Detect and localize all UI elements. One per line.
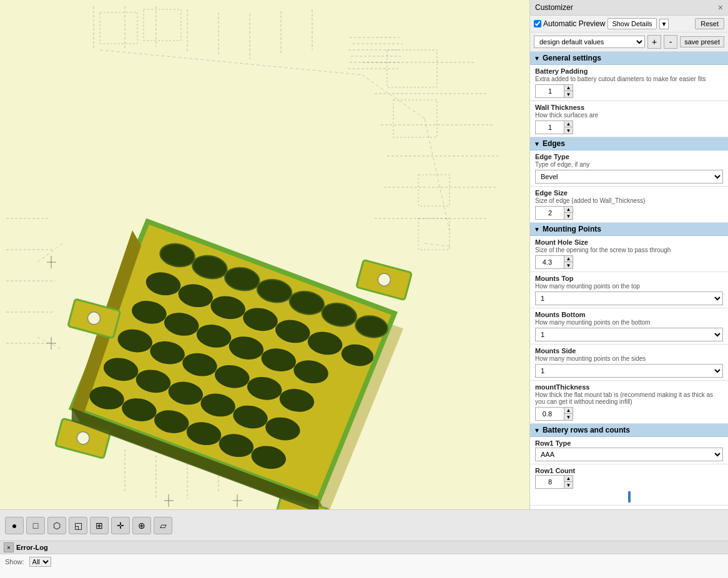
- show-details-dropdown-arrow[interactable]: ▼: [659, 19, 669, 29]
- mounts-top-select[interactable]: 1023: [535, 291, 723, 305]
- battery-padding-control: ▲ ▼: [535, 84, 723, 98]
- toolbar-btn-hex[interactable]: ⬡: [47, 517, 66, 534]
- row1-count-slider[interactable]: [628, 491, 631, 502]
- error-log-show-label: Show:: [5, 558, 24, 566]
- mount-thickness-input[interactable]: [536, 408, 564, 420]
- edge-type-label: Edge Type: [535, 153, 723, 160]
- wall-thickness-down[interactable]: ▼: [564, 127, 573, 134]
- preset-minus-button[interactable]: -: [664, 35, 677, 49]
- mounts-top-desc: How many mounting points on the top: [535, 283, 723, 290]
- section-battery-label: Battery rows and counts: [543, 426, 630, 434]
- row1-count-up[interactable]: ▲: [564, 476, 573, 482]
- auto-preview-check-input[interactable]: [534, 20, 541, 27]
- error-log-body: Show: All: [0, 554, 728, 569]
- row1-count-input[interactable]: [536, 476, 564, 488]
- mount-thickness-input-wrap: ▲ ▼: [535, 407, 573, 421]
- mount-hole-size-control: ▲ ▼: [535, 255, 723, 269]
- battery-padding-down[interactable]: ▼: [564, 91, 573, 97]
- setting-mount-hole-size: Mount Hole Size Size of the opening for …: [530, 236, 728, 272]
- section-edges-label: Edges: [543, 139, 565, 148]
- toolbar-btn-parallelogram[interactable]: ▱: [154, 517, 172, 534]
- edge-size-label: Edge Size: [535, 189, 723, 197]
- mount-hole-size-spin: ▲ ▼: [564, 256, 573, 268]
- mount-hole-size-input[interactable]: [536, 256, 564, 268]
- wall-thickness-input-wrap: ▲ ▼: [535, 120, 573, 134]
- mount-hole-size-down[interactable]: ▼: [564, 262, 573, 268]
- row1-count-input-wrap: ▲ ▼: [535, 475, 573, 489]
- row1-count-slider-track: [535, 491, 723, 502]
- mount-hole-size-up[interactable]: ▲: [564, 256, 573, 262]
- customizer-toolbar2: design default values + - save preset: [530, 32, 728, 52]
- battery-padding-desc: Extra added to battery cutout diameters …: [535, 76, 723, 82]
- mounts-bottom-select[interactable]: 1023: [535, 328, 723, 341]
- wall-thickness-input[interactable]: [536, 121, 564, 134]
- toolbar-btn-grid[interactable]: ⊞: [90, 517, 109, 534]
- error-log-header: × Error-Log: [0, 541, 728, 554]
- battery-padding-input[interactable]: [536, 85, 564, 97]
- section-edges[interactable]: ▼ Edges: [530, 137, 728, 150]
- battery-padding-label: Battery Padding: [535, 67, 723, 75]
- toolbar-btn-cross[interactable]: ✛: [111, 517, 130, 534]
- save-preset-button[interactable]: save preset: [680, 36, 724, 47]
- edge-size-down[interactable]: ▼: [564, 213, 573, 219]
- battery-padding-up[interactable]: ▲: [564, 85, 573, 91]
- mount-hole-size-desc: Size of the opening for the screw to pas…: [535, 247, 723, 253]
- setting-battery-padding: Battery Padding Extra added to battery c…: [530, 65, 728, 101]
- wall-thickness-up[interactable]: ▲: [564, 121, 573, 127]
- edge-size-input-wrap: ▲ ▼: [535, 206, 573, 220]
- mount-thickness-control: ▲ ▼: [535, 407, 723, 421]
- toolbar-btn-frame[interactable]: ◱: [69, 517, 87, 534]
- row1-type-select[interactable]: AAAAACDignore row: [535, 448, 723, 461]
- section-general[interactable]: ▼ General settings: [530, 52, 728, 65]
- row1-type-label: Row1 Type: [535, 439, 723, 447]
- mount-thickness-desc: How thick the flat mount tab is (recomme…: [535, 391, 723, 405]
- section-battery-rows[interactable]: ▼ Battery rows and counts: [530, 424, 728, 437]
- row1-count-label: Row1 Count: [535, 467, 723, 474]
- section-battery-toggle: ▼: [534, 427, 540, 434]
- wall-thickness-spin: ▲ ▼: [564, 121, 573, 134]
- section-mounting[interactable]: ▼ Mounting Points: [530, 223, 728, 236]
- error-log-close-button[interactable]: ×: [4, 542, 14, 552]
- preset-add-button[interactable]: +: [647, 35, 661, 49]
- bottom-toolbar: ● □ ⬡ ◱ ⊞ ✛ ⊕ ▱: [0, 509, 728, 541]
- setting-mounts-side: Mounts Side How many mounting points on …: [530, 345, 728, 381]
- auto-preview-checkbox[interactable]: Automatic Preview: [534, 19, 605, 28]
- wall-thickness-desc: How thick surfaces are: [535, 112, 723, 119]
- mount-hole-size-input-wrap: ▲ ▼: [535, 255, 573, 269]
- show-details-button[interactable]: Show Details: [607, 18, 656, 29]
- mount-hole-size-label: Mount Hole Size: [535, 238, 723, 246]
- error-log-panel: × Error-Log Show: All: [0, 541, 728, 578]
- reset-button[interactable]: Reset: [695, 18, 724, 29]
- edge-type-select[interactable]: Bevel Round None: [535, 170, 723, 184]
- customizer-header: Customizer ×: [530, 0, 728, 16]
- customizer-scroll-area[interactable]: ▼ General settings Battery Padding Extra…: [530, 52, 728, 509]
- setting-mount-thickness: mountThickness How thick the flat mount …: [530, 381, 728, 424]
- mounts-bottom-desc: How many mounting points on the bottom: [535, 319, 723, 326]
- mounts-side-desc: How many mounting points on the sides: [535, 355, 723, 362]
- viewport[interactable]: [0, 0, 529, 509]
- error-log-show-select[interactable]: All: [29, 557, 51, 567]
- edge-size-input[interactable]: [536, 207, 564, 219]
- customizer-title: Customizer: [535, 3, 573, 12]
- mount-thickness-down[interactable]: ▼: [564, 414, 573, 420]
- battery-padding-input-wrap: ▲ ▼: [535, 84, 573, 98]
- mount-thickness-up[interactable]: ▲: [564, 408, 573, 414]
- row1-count-control: ▲ ▼: [535, 475, 723, 489]
- battery-padding-spin: ▲ ▼: [564, 85, 573, 97]
- section-mounting-label: Mounting Points: [543, 225, 601, 233]
- edge-size-spin: ▲ ▼: [564, 207, 573, 219]
- toolbar-btn-circle-plus[interactable]: ⊕: [132, 517, 151, 534]
- toolbar-btn-cube[interactable]: □: [26, 517, 45, 534]
- mounts-side-label: Mounts Side: [535, 347, 723, 355]
- setting-edge-type: Edge Type Type of edge, if any Bevel Rou…: [530, 150, 728, 187]
- edge-size-up[interactable]: ▲: [564, 207, 573, 213]
- mounts-bottom-label: Mounts Bottom: [535, 311, 723, 318]
- mount-thickness-spin: ▲ ▼: [564, 408, 573, 420]
- toolbar-btn-sphere[interactable]: ●: [5, 517, 24, 534]
- error-log-title: Error-Log: [16, 544, 48, 551]
- row1-count-down[interactable]: ▼: [564, 482, 573, 488]
- mounts-side-select[interactable]: 1023: [535, 364, 723, 378]
- setting-edge-size: Edge Size Size of edge (added to Wall_Th…: [530, 187, 728, 223]
- preset-select[interactable]: design default values: [534, 36, 645, 48]
- customizer-close-button[interactable]: ×: [718, 2, 723, 12]
